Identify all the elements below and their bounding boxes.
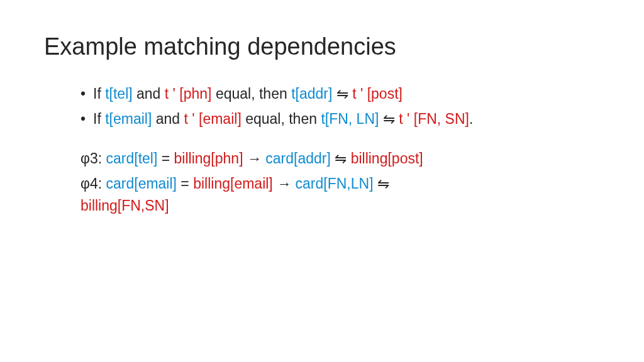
- bullet-2: If t[email] and t ' [email] equal, then …: [80, 108, 600, 130]
- phi-4: φ4: card[email] = billing[email] → card[…: [80, 173, 600, 216]
- slide-body: If t[tel] and t ' [phn] equal, then t[ad…: [80, 83, 600, 217]
- bullet-2-text: If t[email] and t ' [email] equal, then …: [93, 111, 473, 127]
- bullet-1: If t[tel] and t ' [phn] equal, then t[ad…: [80, 83, 600, 105]
- bullet-list: If t[tel] and t ' [phn] equal, then t[ad…: [80, 83, 600, 130]
- bullet-1-text: If t[tel] and t ' [phn] equal, then t[ad…: [93, 85, 402, 102]
- slide-title: Example matching dependencies: [44, 34, 600, 60]
- slide: Example matching dependencies If t[tel] …: [0, 0, 644, 362]
- phi-3: φ3: card[tel] = billing[phn] → card[addr…: [80, 148, 600, 170]
